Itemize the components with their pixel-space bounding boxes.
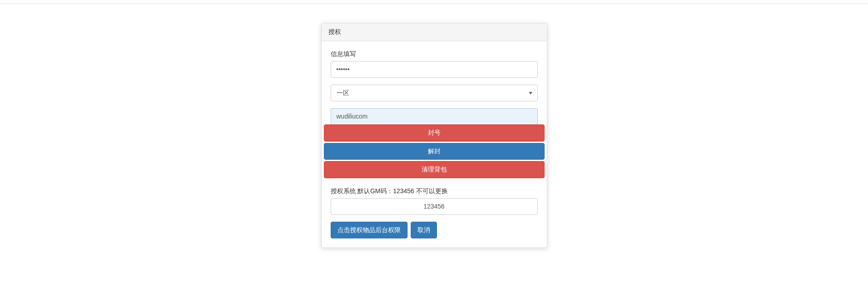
zone-select-wrap: 一区 [331,85,538,101]
action-buttons-group: 封号 解封 清理背包 [331,124,538,178]
cancel-button[interactable]: 取消 [411,222,437,239]
panel-title: 授权 [322,24,547,41]
account-action-group: 封号 解封 清理背包 [331,108,538,178]
page-container: 授权 信息填写 一区 封号 解封 清理背包 [0,4,868,290]
account-input[interactable] [331,108,538,124]
info-label: 信息填写 [331,50,538,58]
footer-buttons: 点击授权物品后台权限 取消 [331,222,538,239]
gm-group: 授权系统 默认GM码：123456 不可以更换 [331,187,538,215]
panel-body: 信息填写 一区 封号 解封 清理背包 授权系统 默认GM码：123456 不可以… [322,41,547,247]
clear-bag-button[interactable]: 清理背包 [324,161,545,178]
ban-button[interactable]: 封号 [324,124,545,142]
info-group: 信息填写 [331,50,538,78]
unban-button[interactable]: 解封 [324,143,545,160]
zone-group: 一区 [331,85,538,101]
gm-label: 授权系统 默认GM码：123456 不可以更换 [331,187,538,195]
gm-code-input[interactable] [331,198,538,215]
zone-select[interactable]: 一区 [331,85,538,101]
password-input[interactable] [331,61,538,78]
authorize-button[interactable]: 点击授权物品后台权限 [331,222,408,239]
auth-panel: 授权 信息填写 一区 封号 解封 清理背包 [321,23,547,248]
